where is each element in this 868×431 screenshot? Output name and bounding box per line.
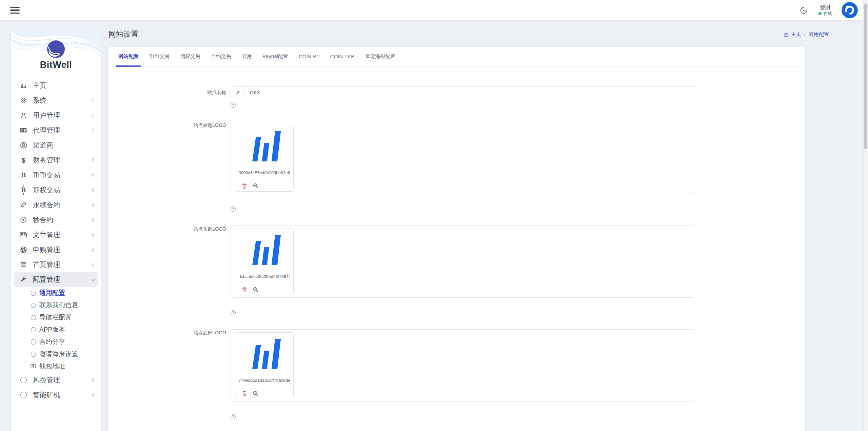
sidebar-item[interactable]: B 币币交易 [11,168,101,182]
sidebar-item[interactable]: 风控管理 [11,372,101,387]
sidebar-item[interactable]: 系统 [11,93,101,108]
delete-file-button[interactable] [242,391,247,396]
circle-outline-icon [19,376,27,384]
bar-chart-icon [19,81,27,90]
chevron-left-icon [92,218,96,222]
zoom-in-icon [253,183,258,189]
avatar-logo-icon [842,2,858,18]
delete-file-button[interactable] [242,287,247,293]
trash-icon [242,391,247,396]
user-status-label: 在线 [823,11,832,16]
sidebar-menu: 主页 系统 用户管理 代理管理 渠道商 $ 财务管理 B 币币交易 B 期权交易… [11,78,101,402]
chevron-left-icon [92,113,96,118]
help-row: ? [231,309,805,314]
newspaper-icon [19,231,27,239]
wrench-icon [19,275,27,283]
breadcrumb-separator: / [804,32,806,37]
help-icon[interactable]: ? [231,414,236,419]
logo-upload-dropzone[interactable]: dcbcab5c43a095dfd373644... [231,226,695,298]
tab[interactable]: 期权交易 [180,47,200,66]
sidebar-item[interactable]: $ 财务管理 [11,153,101,168]
zoom-in-icon [253,287,258,292]
breadcrumb-home-link[interactable]: 主页 [783,31,801,38]
chevron-left-icon [92,128,96,133]
sidebar-item[interactable]: 渠道商 [11,138,101,153]
logo-upload-dropzone[interactable]: 9090d6155cd8b289bb93e6... [231,122,695,194]
dark-mode-toggle[interactable] [799,5,809,15]
site-name-row: 站点名称 [108,86,805,98]
preview-file-button[interactable] [253,183,258,189]
sidebar-item[interactable]: 代理管理 [11,123,101,138]
delete-file-button[interactable] [242,183,247,189]
banknote-icon [31,364,36,369]
hamburger-menu-icon[interactable] [10,7,20,14]
sidebar-item[interactable]: 主页 [11,78,101,93]
brand: BitWell [11,28,101,78]
sidebar-item[interactable]: 首页管理 [11,257,101,272]
settings-card: 网站配置币币交易期权交易合约交易通用Paypal配置COIN-BTCOIN-TK… [108,47,805,431]
sidebar-item[interactable]: 钱包地址 [11,360,101,372]
sidebar-item[interactable]: 文章管理 [11,227,101,242]
chevron-left-icon [92,262,96,267]
pencil-icon [231,87,244,98]
site-logo-image [247,131,282,162]
life-ring-icon [19,246,27,254]
sidebar-item[interactable]: 导航栏配置 [11,311,101,324]
tab[interactable]: Paypal配置 [262,47,288,66]
logo-upload-dropzone[interactable]: 779e5b521d1812ff73a08de... [231,329,695,401]
sidebar-item[interactable]: 通用配置 [11,287,101,299]
circle-icon [31,339,36,345]
preview-file-button[interactable] [253,391,258,396]
site-name-label: 站点名称 [108,86,226,98]
chevron-left-icon [92,188,96,192]
preview-file-button[interactable] [253,287,258,293]
site-name-input[interactable] [244,87,695,98]
sidebar-item[interactable]: 邀请海报设置 [11,348,101,360]
uploaded-filename: 779e5b521d1812ff73a08de... [239,378,290,383]
sidebar-item[interactable]: 永续合约 [11,197,101,212]
sidebar-item[interactable]: 联系我们信息 [11,299,101,311]
sidebar-item[interactable]: 合约分享 [11,336,101,348]
dashboard-icon [783,32,789,37]
logo-upload-row: 站点标题LOGO 9090d6155cd8b289bb93e6... [108,122,805,194]
uploaded-file-card: 779e5b521d1812ff73a08de... [235,332,294,399]
uploaded-filename: dcbcab5c43a095dfd373644... [239,274,290,279]
sidebar-item[interactable]: 申购管理 [11,242,101,257]
tab-bar: 网站配置币币交易期权交易合约交易通用Paypal配置COIN-BTCOIN-TK… [108,47,805,66]
tab[interactable]: 币币交易 [149,47,170,66]
tab[interactable]: 通用 [242,47,252,66]
help-icon[interactable]: ? [231,207,236,212]
chevron-left-icon [92,233,96,237]
circle-icon [31,351,36,357]
sidebar-item[interactable]: APP版本 [11,324,101,336]
sidebar-item[interactable]: B 期权交易 [11,182,101,197]
gear-icon [19,96,27,104]
site-logo-image [247,338,282,369]
brand-name: BitWell [11,60,101,70]
tab[interactable]: 合约交易 [211,47,231,66]
scrollbar-track [863,0,868,431]
trash-icon [242,183,247,189]
breadcrumb-current[interactable]: 通用配置 [809,31,829,38]
help-row: ? [231,205,805,211]
settings-form: 站点名称 ? 站点标题LOGO [108,86,805,431]
help-icon[interactable]: ? [231,310,236,315]
person-circle-icon [19,141,27,149]
tab[interactable]: 邀请海报配置 [365,47,395,66]
tab[interactable]: 网站配置 [118,47,139,66]
logo-row-label: 站点标题LOGO [108,122,226,194]
avatar[interactable] [842,2,858,18]
chevron-left-icon [92,173,96,177]
tab[interactable]: COIN-TKB [330,47,355,66]
sidebar-item[interactable]: 用户管理 [11,108,101,123]
chevron-down-icon [91,277,95,281]
user-info: 發財 在线 [818,4,832,16]
sidebar-item[interactable]: 智能矿机 [11,387,101,402]
help-icon[interactable]: ? [231,103,236,108]
list-icon [19,260,27,269]
sidebar-item[interactable]: 秒合约 [11,212,101,227]
tab[interactable]: COIN-BT [299,47,320,66]
sidebar-item[interactable]: 配置管理 [14,272,98,287]
topbar: 發財 在线 [0,0,868,20]
scrollbar-thumb[interactable] [864,3,867,149]
